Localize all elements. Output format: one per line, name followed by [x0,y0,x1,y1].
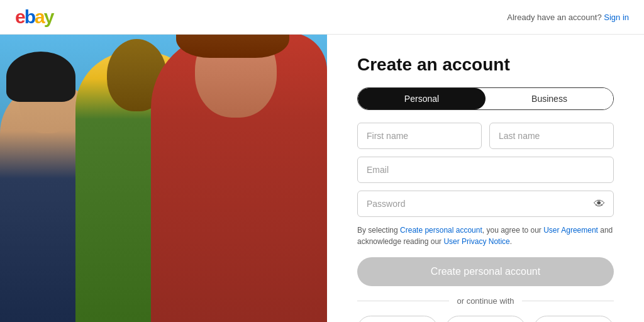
form-panel: Create an account Personal Business 👁 By… [327,35,644,322]
logo-e: e [15,6,25,27]
terms-create-link[interactable]: Create personal account [400,226,482,235]
photo-background [0,35,327,322]
last-name-input[interactable] [489,123,614,149]
already-account-text: Already have an account? [507,13,601,22]
header-right: Already have an account? Sign in [507,13,629,22]
facebook-signin-button[interactable]: f Facebook [445,316,526,322]
account-type-toggle: Personal Business [357,87,614,110]
divider-text: or continue with [457,296,514,306]
create-account-button[interactable]: Create personal account [357,257,614,286]
logo-a: a [35,6,44,27]
user-agreement-link[interactable]: User Agreement [543,226,598,235]
hero-image [0,35,327,322]
ebay-logo: ebay [15,8,53,26]
privacy-notice-link[interactable]: User Privacy Notice [443,237,509,246]
form-container: Create an account Personal Business 👁 By… [357,55,614,322]
terms-text: By selecting Create personal account, yo… [357,225,614,247]
page-title: Create an account [357,55,614,75]
name-row [357,123,614,149]
business-tab[interactable]: Business [486,88,613,109]
person-3 [151,35,327,322]
divider-line-right [522,301,614,301]
password-toggle-icon[interactable]: 👁 [594,197,605,211]
header: ebay Already have an account? Sign in [0,0,644,35]
email-input[interactable] [357,157,614,183]
social-divider: or continue with [357,296,614,306]
terms-prefix: By selecting [357,226,400,235]
first-name-input[interactable] [357,123,482,149]
password-wrapper: 👁 [357,191,614,217]
logo-b: b [25,6,35,27]
terms-middle: , you agree to our [482,226,543,235]
personal-tab[interactable]: Personal [358,88,486,109]
divider-line-left [357,301,449,301]
social-buttons: G Google f Facebook  Apple [357,316,614,322]
google-signin-button[interactable]: G Google [357,316,438,322]
logo-y: y [44,6,53,27]
terms-end: . [510,237,512,246]
apple-signin-button[interactable]:  Apple [533,316,614,322]
password-input[interactable] [357,191,614,217]
sign-in-link[interactable]: Sign in [604,13,629,22]
